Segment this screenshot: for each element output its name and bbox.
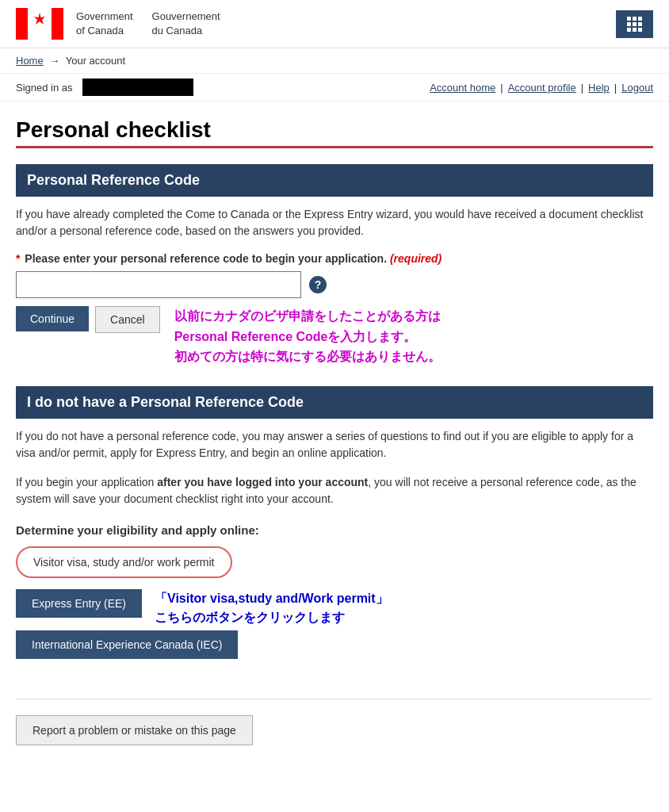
prc-button-row: Continue Cancel 以前にカナダのビザ申請をしたことがある方はPer…: [16, 306, 653, 367]
visitor-visa-button[interactable]: Visitor visa, study and/or work permit: [16, 546, 232, 578]
no-code-section: I do not have a Personal Reference Code …: [16, 386, 653, 667]
japanese-annotation-prc: 以前にカナダのビザ申請をしたことがある方はPersonal Reference …: [174, 306, 441, 367]
report-problem-button[interactable]: Report a problem or mistake on this page: [16, 715, 253, 745]
svg-rect-2: [52, 8, 63, 40]
no-code-para2-bold: after you have logged into your account: [157, 476, 368, 488]
logo-area: Government of Canada Gouvernement du Can…: [16, 8, 220, 40]
iec-btn-row: International Experience Canada (IEC): [16, 630, 653, 667]
continue-button[interactable]: Continue: [16, 306, 89, 331]
account-links: Account home | Account profile | Help | …: [430, 82, 653, 94]
personal-reference-code-input[interactable]: [16, 271, 301, 298]
breadcrumb: Home → Your account: [0, 48, 669, 74]
no-code-section-header: I do not have a Personal Reference Code: [16, 386, 653, 419]
breadcrumb-home[interactable]: Home: [16, 55, 44, 67]
breadcrumb-current: Your account: [66, 55, 125, 67]
title-underline: [16, 146, 653, 148]
required-text: Please enter your personal reference cod…: [25, 252, 387, 265]
government-name: Government of Canada Gouvernement du Can…: [76, 10, 220, 38]
logout-link[interactable]: Logout: [621, 82, 653, 94]
determine-title: Determine your eligibility and apply onl…: [16, 523, 653, 537]
code-input-row: ?: [16, 271, 653, 298]
visitor-btn-row: Visitor visa, study and/or work permit: [16, 546, 653, 586]
menu-button[interactable]: [616, 10, 653, 38]
canada-flag-icon: [16, 8, 63, 40]
express-btn-row: Express Entry (EE) 「Visitor visa,study a…: [16, 589, 653, 627]
gov-en-line2: of Canada: [76, 24, 133, 38]
help-icon[interactable]: ?: [309, 276, 327, 293]
signed-in-label: Signed in as: [16, 82, 73, 94]
express-entry-button[interactable]: Express Entry (EE): [16, 589, 142, 618]
gov-fr-line2: du Canada: [152, 24, 220, 38]
account-profile-link[interactable]: Account profile: [508, 82, 576, 94]
prc-description: If you have already completed the Come t…: [16, 206, 653, 239]
help-link[interactable]: Help: [588, 82, 610, 94]
gov-fr-line1: Gouvernement: [152, 10, 220, 24]
footer-section: Report a problem or mistake on this page: [16, 699, 653, 745]
account-nav-bar: Signed in as Account home | Account prof…: [0, 74, 669, 102]
signed-in-username: [82, 79, 193, 96]
no-code-para2-prefix: If you begin your application: [16, 476, 157, 488]
required-suffix: (required): [390, 252, 442, 265]
breadcrumb-arrow: →: [49, 55, 59, 67]
no-code-para2: If you begin your application after you …: [16, 474, 653, 508]
svg-rect-0: [16, 8, 28, 40]
required-label: * Please enter your personal reference c…: [16, 252, 653, 265]
no-code-para1: If you do not have a personal reference …: [16, 428, 653, 462]
main-content: Personal checklist Personal Reference Co…: [0, 102, 669, 777]
menu-grid-icon: [627, 17, 642, 32]
cancel-button[interactable]: Cancel: [95, 306, 160, 333]
japanese-annotation-visitor: 「Visitor visa,study and/Work permit」こちらの…: [155, 589, 388, 627]
page-title: Personal checklist: [16, 117, 653, 143]
personal-reference-code-section: Personal Reference Code If you have alre…: [16, 164, 653, 367]
iec-button[interactable]: International Experience Canada (IEC): [16, 630, 238, 659]
required-star: *: [16, 252, 20, 265]
site-header: Government of Canada Gouvernement du Can…: [0, 0, 669, 48]
gov-en-line1: Government: [76, 10, 133, 24]
account-home-link[interactable]: Account home: [430, 82, 495, 94]
prc-section-header: Personal Reference Code: [16, 164, 653, 197]
